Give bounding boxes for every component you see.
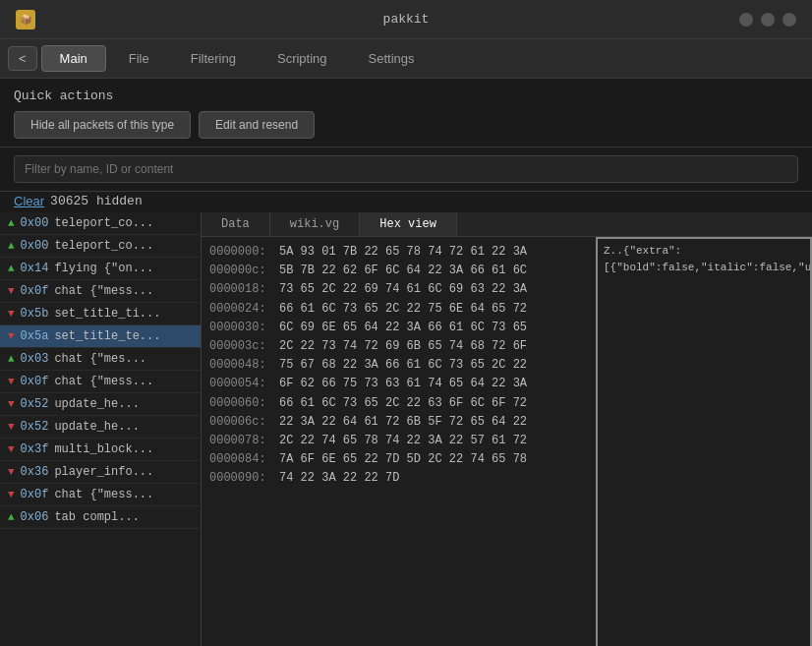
tab-scripting[interactable]: Scripting: [259, 45, 346, 72]
close-btn[interactable]: [783, 13, 796, 27]
hex-row: 0000084:7A 6F 6E 65 22 7D 5D 2C 22 74 65…: [205, 450, 592, 469]
arrow-down-icon: ▼: [8, 398, 15, 410]
hex-bytes: 6C 69 6E 65 64 22 3A 66 61 6C 73 65: [279, 319, 588, 337]
hex-bytes: 66 61 6C 73 65 2C 22 63 6F 6C 6F 72: [279, 394, 588, 413]
hex-offset: 0000090:: [209, 469, 273, 488]
arrow-up-icon: ▲: [8, 217, 15, 229]
hex-offset: 0000030:: [209, 319, 273, 337]
packet-item[interactable]: ▼0x0fchat {"mess...: [0, 280, 201, 303]
tab-data[interactable]: Data: [202, 212, 270, 236]
window-controls: [739, 13, 796, 27]
packet-id: 0x3f: [21, 442, 49, 456]
filter-input[interactable]: [14, 155, 798, 183]
filter-bar: [0, 147, 812, 192]
tab-main[interactable]: Main: [41, 45, 106, 72]
packet-item[interactable]: ▲0x03chat {"mes...: [0, 348, 201, 371]
hex-offset: 0000048:: [209, 356, 273, 375]
arrow-up-icon: ▲: [8, 263, 15, 274]
quick-actions-panel: Quick actions Hide all packets of this t…: [0, 79, 812, 147]
packet-id: 0x03: [21, 352, 49, 366]
hidden-count: 30625 hidden: [50, 194, 143, 208]
hex-offset: 0000054:: [209, 375, 273, 393]
packet-item[interactable]: ▲0x06tab compl...: [0, 506, 201, 529]
hex-row: 0000078:2C 22 74 65 78 74 22 3A 22 57 61…: [205, 432, 592, 450]
hex-bytes: 2C 22 74 65 78 74 22 3A 22 57 61 72: [279, 432, 588, 450]
hex-bytes: 5B 7B 22 62 6F 6C 64 22 3A 66 61 6C: [279, 262, 588, 280]
arrow-down-icon: ▼: [8, 330, 15, 342]
hex-offset: 0000024:: [209, 300, 273, 319]
packet-item[interactable]: ▲0x14flying {"on...: [0, 258, 201, 280]
titlebar: 📦 pakkit: [0, 0, 812, 39]
packet-item[interactable]: ▲0x00teleport_co...: [0, 212, 201, 235]
packet-id: 0x52: [21, 420, 49, 434]
packet-name: player_info...: [54, 465, 153, 479]
packet-list[interactable]: ▲0x00teleport_co...▲0x00teleport_co...▲0…: [0, 212, 202, 646]
hex-row: 0000000:5A 93 01 7B 22 65 78 74 72 61 22…: [205, 243, 592, 262]
maximize-btn[interactable]: [761, 13, 775, 27]
hex-panel[interactable]: 0000000:5A 93 01 7B 22 65 78 74 72 61 22…: [202, 237, 596, 646]
arrow-down-icon: ▼: [8, 285, 15, 297]
clear-button[interactable]: Clear: [14, 194, 44, 208]
packet-name: teleport_co...: [54, 216, 153, 230]
arrow-down-icon: ▼: [8, 376, 15, 387]
packet-id: 0x00: [21, 216, 49, 230]
packet-item[interactable]: ▼0x36player_info...: [0, 461, 201, 484]
packet-id: 0x5a: [21, 329, 49, 343]
hex-bytes: 6F 62 66 75 73 63 61 74 65 64 22 3A: [279, 375, 588, 393]
hex-offset: 0000084:: [209, 450, 273, 469]
packet-item[interactable]: ▲0x00teleport_co...: [0, 235, 201, 258]
hex-bytes: 73 65 2C 22 69 74 61 6C 69 63 22 3A: [279, 280, 588, 299]
packet-name: multi_block...: [54, 442, 153, 456]
hex-row: 0000024:66 61 6C 73 65 2C 22 75 6E 64 65…: [205, 300, 592, 319]
tab-wiki[interactable]: wiki.vg: [270, 212, 360, 236]
packet-item[interactable]: ▼0x0fchat {"mess...: [0, 371, 201, 393]
packet-item[interactable]: ▼0x3fmulti_block...: [0, 439, 201, 461]
hex-bytes: 75 67 68 22 3A 66 61 6C 73 65 2C 22: [279, 356, 588, 375]
edit-resend-button[interactable]: Edit and resend: [199, 111, 315, 139]
hex-row: 0000030:6C 69 6E 65 64 22 3A 66 61 6C 73…: [205, 319, 592, 337]
hex-bytes: 7A 6F 6E 65 22 7D 5D 2C 22 74 65 78: [279, 450, 588, 469]
hex-row: 000006c:22 3A 22 64 61 72 6B 5F 72 65 64…: [205, 413, 592, 432]
packet-item[interactable]: ▼0x52update_he...: [0, 416, 201, 439]
hide-packets-button[interactable]: Hide all packets of this type: [14, 111, 191, 139]
hex-bytes: 22 3A 22 64 61 72 6B 5F 72 65 64 22: [279, 413, 588, 432]
hex-row: 0000054:6F 62 66 75 73 63 61 74 65 64 22…: [205, 375, 592, 393]
packet-id: 0x0f: [21, 284, 49, 298]
panel-tabs: Data wiki.vg Hex view: [202, 212, 812, 237]
hex-offset: 000006c:: [209, 413, 273, 432]
arrow-up-icon: ▲: [8, 240, 15, 252]
packet-item[interactable]: ▼0x5bset_title_ti...: [0, 303, 201, 325]
hex-offset: 0000018:: [209, 280, 273, 299]
packet-name: set_title_te...: [54, 329, 160, 343]
status-bar: Clear 30625 hidden: [0, 192, 812, 212]
panels-body: 0000000:5A 93 01 7B 22 65 78 74 72 61 22…: [202, 237, 812, 646]
hex-row: 0000018:73 65 2C 22 69 74 61 6C 69 63 22…: [205, 280, 592, 299]
arrow-up-icon: ▲: [8, 511, 15, 523]
app-icon: 📦: [16, 10, 35, 29]
tab-hex-view[interactable]: Hex view: [360, 212, 457, 236]
hex-bytes: 66 61 6C 73 65 2C 22 75 6E 64 65 72: [279, 300, 588, 319]
packet-name: chat {"mes...: [54, 352, 146, 366]
tab-file[interactable]: File: [110, 45, 168, 72]
tab-settings[interactable]: Settings: [350, 45, 434, 72]
packet-name: flying {"on...: [54, 262, 153, 275]
packet-name: chat {"mess...: [54, 375, 153, 388]
tab-filtering[interactable]: Filtering: [172, 45, 255, 72]
arrow-down-icon: ▼: [8, 466, 15, 478]
packet-name: chat {"mess...: [54, 488, 153, 501]
hex-bytes: 5A 93 01 7B 22 65 78 74 72 61 22 3A: [279, 243, 588, 262]
data-panels: Data wiki.vg Hex view 0000000:5A 93 01 7…: [202, 212, 812, 646]
packet-item[interactable]: ▼0x52update_he...: [0, 393, 201, 416]
hex-offset: 0000078:: [209, 432, 273, 450]
packet-name: update_he...: [54, 420, 139, 434]
hex-row: 000003c:2C 22 73 74 72 69 6B 65 74 68 72…: [205, 337, 592, 356]
packet-id: 0x06: [21, 510, 49, 524]
packet-item[interactable]: ▼0x5aset_title_te...: [0, 325, 201, 348]
minimize-btn[interactable]: [739, 13, 753, 27]
packet-item[interactable]: ▼0x0fchat {"mess...: [0, 484, 201, 506]
hex-offset: 000000c:: [209, 262, 273, 280]
back-button[interactable]: <: [8, 46, 37, 71]
packet-name: set_title_ti...: [54, 307, 160, 321]
packet-name: teleport_co...: [54, 239, 153, 253]
hex-bytes: 74 22 3A 22 22 7D: [279, 469, 588, 488]
